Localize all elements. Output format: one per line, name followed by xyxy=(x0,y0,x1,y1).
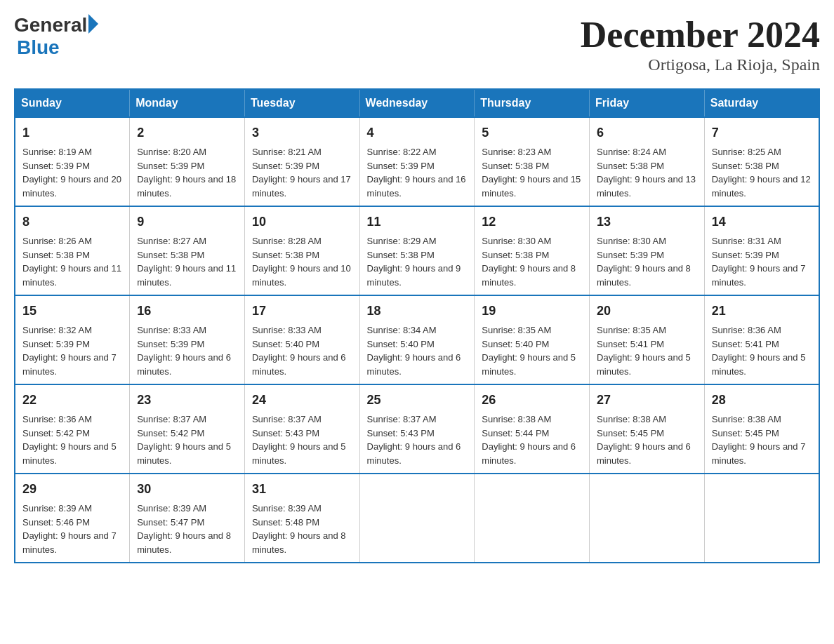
daylight-text: Daylight: 9 hours and 10 minutes. xyxy=(252,263,351,288)
day-number: 30 xyxy=(137,480,237,499)
day-info: Sunrise: 8:38 AMSunset: 5:45 PMDaylight:… xyxy=(712,412,812,467)
sunrise-text: Sunrise: 8:37 AM xyxy=(367,414,437,424)
day-info: Sunrise: 8:35 AMSunset: 5:40 PMDaylight:… xyxy=(482,323,582,378)
sunrise-text: Sunrise: 8:33 AM xyxy=(252,325,322,335)
sunset-text: Sunset: 5:41 PM xyxy=(597,339,664,349)
daylight-text: Daylight: 9 hours and 6 minutes. xyxy=(252,352,346,377)
table-row: 5Sunrise: 8:23 AMSunset: 5:38 PMDaylight… xyxy=(475,117,590,206)
day-info: Sunrise: 8:23 AMSunset: 5:38 PMDaylight:… xyxy=(482,145,582,200)
daylight-text: Daylight: 9 hours and 18 minutes. xyxy=(137,174,236,199)
sunrise-text: Sunrise: 8:35 AM xyxy=(482,325,551,335)
sunset-text: Sunset: 5:42 PM xyxy=(22,428,90,438)
daylight-text: Daylight: 9 hours and 17 minutes. xyxy=(252,174,351,199)
day-number: 27 xyxy=(597,391,697,410)
table-row: 29Sunrise: 8:39 AMSunset: 5:46 PMDayligh… xyxy=(15,474,130,563)
calendar-subtitle: Ortigosa, La Rioja, Spain xyxy=(581,55,820,74)
table-row: 15Sunrise: 8:32 AMSunset: 5:39 PMDayligh… xyxy=(15,295,130,384)
day-info: Sunrise: 8:26 AMSunset: 5:38 PMDaylight:… xyxy=(22,234,122,289)
day-number: 14 xyxy=(712,213,812,232)
sunrise-text: Sunrise: 8:36 AM xyxy=(712,325,781,335)
daylight-text: Daylight: 9 hours and 6 minutes. xyxy=(367,441,461,466)
daylight-text: Daylight: 9 hours and 5 minutes. xyxy=(597,352,691,377)
day-info: Sunrise: 8:37 AMSunset: 5:42 PMDaylight:… xyxy=(137,412,237,467)
sunset-text: Sunset: 5:40 PM xyxy=(252,339,319,349)
table-row xyxy=(704,474,819,563)
sunset-text: Sunset: 5:40 PM xyxy=(482,339,549,349)
sunrise-text: Sunrise: 8:26 AM xyxy=(22,236,92,246)
col-monday: Monday xyxy=(130,89,245,117)
sunset-text: Sunset: 5:45 PM xyxy=(712,428,779,438)
day-number: 7 xyxy=(712,123,812,142)
daylight-text: Daylight: 9 hours and 5 minutes. xyxy=(482,352,576,377)
table-row: 21Sunrise: 8:36 AMSunset: 5:41 PMDayligh… xyxy=(704,295,819,384)
daylight-text: Daylight: 9 hours and 6 minutes. xyxy=(597,441,691,466)
daylight-text: Daylight: 9 hours and 5 minutes. xyxy=(137,441,231,466)
day-info: Sunrise: 8:27 AMSunset: 5:38 PMDaylight:… xyxy=(137,234,237,289)
daylight-text: Daylight: 9 hours and 6 minutes. xyxy=(137,352,231,377)
day-info: Sunrise: 8:25 AMSunset: 5:38 PMDaylight:… xyxy=(712,145,812,200)
sunset-text: Sunset: 5:43 PM xyxy=(367,428,435,438)
sunset-text: Sunset: 5:41 PM xyxy=(712,339,779,349)
table-row: 10Sunrise: 8:28 AMSunset: 5:38 PMDayligh… xyxy=(244,206,359,295)
day-info: Sunrise: 8:38 AMSunset: 5:45 PMDaylight:… xyxy=(597,412,697,467)
daylight-text: Daylight: 9 hours and 7 minutes. xyxy=(712,263,806,288)
day-info: Sunrise: 8:31 AMSunset: 5:39 PMDaylight:… xyxy=(712,234,812,289)
day-number: 5 xyxy=(482,123,582,142)
sunrise-text: Sunrise: 8:22 AM xyxy=(367,147,437,157)
day-info: Sunrise: 8:34 AMSunset: 5:40 PMDaylight:… xyxy=(367,323,468,378)
table-row: 18Sunrise: 8:34 AMSunset: 5:40 PMDayligh… xyxy=(359,295,475,384)
day-number: 24 xyxy=(252,391,352,410)
sunset-text: Sunset: 5:45 PM xyxy=(597,428,664,438)
sunset-text: Sunset: 5:38 PM xyxy=(482,161,549,171)
daylight-text: Daylight: 9 hours and 7 minutes. xyxy=(712,441,806,466)
sunrise-text: Sunrise: 8:27 AM xyxy=(137,236,206,246)
calendar-week-row: 22Sunrise: 8:36 AMSunset: 5:42 PMDayligh… xyxy=(15,384,819,474)
daylight-text: Daylight: 9 hours and 6 minutes. xyxy=(482,441,576,466)
day-number: 10 xyxy=(252,213,352,232)
daylight-text: Daylight: 9 hours and 7 minutes. xyxy=(22,530,117,555)
calendar-title: December 2024 xyxy=(581,14,820,55)
daylight-text: Daylight: 9 hours and 13 minutes. xyxy=(597,174,696,199)
calendar-week-row: 1Sunrise: 8:19 AMSunset: 5:39 PMDaylight… xyxy=(15,117,819,206)
daylight-text: Daylight: 9 hours and 6 minutes. xyxy=(367,352,461,377)
day-number: 23 xyxy=(137,391,237,410)
table-row: 28Sunrise: 8:38 AMSunset: 5:45 PMDayligh… xyxy=(704,384,819,474)
calendar-week-row: 15Sunrise: 8:32 AMSunset: 5:39 PMDayligh… xyxy=(15,295,819,384)
day-info: Sunrise: 8:33 AMSunset: 5:40 PMDaylight:… xyxy=(252,323,352,378)
sunset-text: Sunset: 5:38 PM xyxy=(252,250,319,260)
table-row: 17Sunrise: 8:33 AMSunset: 5:40 PMDayligh… xyxy=(244,295,359,384)
sunset-text: Sunset: 5:39 PM xyxy=(137,339,204,349)
sunrise-text: Sunrise: 8:37 AM xyxy=(137,414,206,424)
day-number: 1 xyxy=(22,123,122,142)
calendar-table: Sunday Monday Tuesday Wednesday Thursday… xyxy=(14,88,820,563)
daylight-text: Daylight: 9 hours and 15 minutes. xyxy=(482,174,581,199)
col-wednesday: Wednesday xyxy=(359,89,475,117)
logo-triangle-icon xyxy=(88,14,98,34)
table-row: 7Sunrise: 8:25 AMSunset: 5:38 PMDaylight… xyxy=(704,117,819,206)
table-row: 12Sunrise: 8:30 AMSunset: 5:38 PMDayligh… xyxy=(475,206,590,295)
sunrise-text: Sunrise: 8:35 AM xyxy=(597,325,666,335)
day-number: 2 xyxy=(137,123,237,142)
calendar-week-row: 8Sunrise: 8:26 AMSunset: 5:38 PMDaylight… xyxy=(15,206,819,295)
sunset-text: Sunset: 5:39 PM xyxy=(252,161,319,171)
col-saturday: Saturday xyxy=(704,89,819,117)
logo: General xyxy=(14,14,98,36)
col-thursday: Thursday xyxy=(475,89,590,117)
daylight-text: Daylight: 9 hours and 16 minutes. xyxy=(367,174,466,199)
table-row: 8Sunrise: 8:26 AMSunset: 5:38 PMDaylight… xyxy=(15,206,130,295)
table-row: 19Sunrise: 8:35 AMSunset: 5:40 PMDayligh… xyxy=(475,295,590,384)
sunrise-text: Sunrise: 8:19 AM xyxy=(22,147,92,157)
day-number: 21 xyxy=(712,302,812,321)
sunset-text: Sunset: 5:40 PM xyxy=(367,339,435,349)
day-info: Sunrise: 8:24 AMSunset: 5:38 PMDaylight:… xyxy=(597,145,697,200)
day-number: 3 xyxy=(252,123,352,142)
daylight-text: Daylight: 9 hours and 8 minutes. xyxy=(482,263,576,288)
day-info: Sunrise: 8:39 AMSunset: 5:47 PMDaylight:… xyxy=(137,502,237,556)
daylight-text: Daylight: 9 hours and 5 minutes. xyxy=(712,352,806,377)
day-number: 9 xyxy=(137,213,237,232)
sunset-text: Sunset: 5:39 PM xyxy=(597,250,664,260)
table-row: 26Sunrise: 8:38 AMSunset: 5:44 PMDayligh… xyxy=(475,384,590,474)
day-info: Sunrise: 8:21 AMSunset: 5:39 PMDaylight:… xyxy=(252,145,352,200)
table-row: 24Sunrise: 8:37 AMSunset: 5:43 PMDayligh… xyxy=(244,384,359,474)
table-row: 4Sunrise: 8:22 AMSunset: 5:39 PMDaylight… xyxy=(359,117,475,206)
